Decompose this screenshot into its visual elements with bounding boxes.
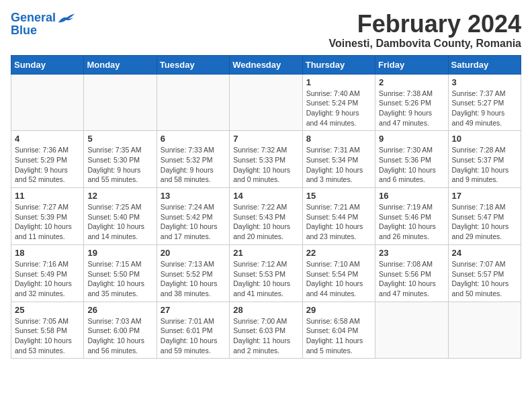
day-number: 12 [87, 191, 152, 201]
day-info: Sunrise: 7:10 AMSunset: 5:54 PMDaylight:… [306, 259, 371, 299]
calendar-cell: 29Sunrise: 6:58 AMSunset: 6:04 PMDayligh… [302, 302, 375, 359]
logo-bird-icon [57, 11, 76, 26]
day-info: Sunrise: 7:05 AMSunset: 5:58 PMDaylight:… [15, 316, 80, 356]
day-number: 13 [161, 191, 226, 201]
calendar-cell: 11Sunrise: 7:27 AMSunset: 5:39 PMDayligh… [11, 188, 84, 245]
calendar-cell: 13Sunrise: 7:24 AMSunset: 5:42 PMDayligh… [157, 188, 229, 245]
calendar-cell: 4Sunrise: 7:36 AMSunset: 5:29 PMDaylight… [11, 131, 84, 188]
weekday-header-row: SundayMondayTuesdayWednesdayThursdayFrid… [11, 55, 521, 74]
calendar-cell [11, 74, 84, 131]
day-info: Sunrise: 7:08 AMSunset: 5:56 PMDaylight:… [379, 259, 444, 299]
day-number: 14 [233, 191, 298, 201]
day-info: Sunrise: 7:28 AMSunset: 5:37 PMDaylight:… [452, 145, 517, 185]
day-number: 26 [87, 305, 152, 315]
day-number: 8 [306, 134, 371, 144]
calendar-cell: 7Sunrise: 7:32 AMSunset: 5:33 PMDaylight… [230, 131, 302, 188]
day-info: Sunrise: 7:07 AMSunset: 5:57 PMDaylight:… [452, 259, 517, 299]
calendar-week-5: 25Sunrise: 7:05 AMSunset: 5:58 PMDayligh… [11, 302, 521, 359]
weekday-header-sunday: Sunday [11, 55, 84, 74]
day-number: 17 [452, 191, 517, 201]
day-number: 21 [233, 248, 298, 258]
weekday-header-friday: Friday [375, 55, 448, 74]
logo: General Blue [11, 11, 76, 38]
day-info: Sunrise: 7:03 AMSunset: 6:00 PMDaylight:… [87, 316, 152, 356]
day-info: Sunrise: 7:33 AMSunset: 5:32 PMDaylight:… [161, 145, 226, 185]
day-info: Sunrise: 7:21 AMSunset: 5:44 PMDaylight:… [306, 202, 371, 242]
day-number: 29 [306, 305, 371, 315]
calendar-week-2: 4Sunrise: 7:36 AMSunset: 5:29 PMDaylight… [11, 131, 521, 188]
day-info: Sunrise: 7:22 AMSunset: 5:43 PMDaylight:… [233, 202, 298, 242]
calendar-cell [230, 74, 302, 131]
calendar-week-1: 1Sunrise: 7:40 AMSunset: 5:24 PMDaylight… [11, 74, 521, 131]
day-info: Sunrise: 7:37 AMSunset: 5:27 PMDaylight:… [452, 89, 517, 128]
calendar-cell: 9Sunrise: 7:30 AMSunset: 5:36 PMDaylight… [375, 131, 448, 188]
day-number: 28 [233, 305, 298, 315]
calendar-cell: 23Sunrise: 7:08 AMSunset: 5:56 PMDayligh… [375, 244, 448, 302]
calendar-cell: 12Sunrise: 7:25 AMSunset: 5:40 PMDayligh… [84, 188, 157, 245]
calendar-cell: 3Sunrise: 7:37 AMSunset: 5:27 PMDaylight… [448, 74, 521, 131]
calendar-cell: 26Sunrise: 7:03 AMSunset: 6:00 PMDayligh… [84, 302, 157, 359]
day-info: Sunrise: 7:30 AMSunset: 5:36 PMDaylight:… [379, 145, 444, 185]
day-info: Sunrise: 7:15 AMSunset: 5:50 PMDaylight:… [87, 259, 152, 299]
day-number: 16 [379, 191, 444, 201]
calendar-cell [375, 302, 448, 359]
logo-text-blue: Blue [11, 24, 37, 38]
day-info: Sunrise: 7:32 AMSunset: 5:33 PMDaylight:… [233, 145, 298, 185]
day-info: Sunrise: 7:31 AMSunset: 5:34 PMDaylight:… [306, 145, 371, 185]
day-number: 6 [161, 134, 226, 144]
day-number: 4 [15, 134, 80, 144]
day-number: 22 [306, 248, 371, 258]
day-number: 1 [306, 77, 371, 87]
weekday-header-tuesday: Tuesday [157, 55, 229, 74]
calendar-cell: 15Sunrise: 7:21 AMSunset: 5:44 PMDayligh… [302, 188, 375, 245]
day-number: 11 [15, 191, 80, 201]
day-number: 9 [379, 134, 444, 144]
weekday-header-thursday: Thursday [302, 55, 375, 74]
calendar-cell: 22Sunrise: 7:10 AMSunset: 5:54 PMDayligh… [302, 244, 375, 302]
day-info: Sunrise: 7:18 AMSunset: 5:47 PMDaylight:… [452, 202, 517, 242]
calendar-cell: 20Sunrise: 7:13 AMSunset: 5:52 PMDayligh… [157, 244, 229, 302]
day-number: 7 [233, 134, 298, 144]
day-info: Sunrise: 7:38 AMSunset: 5:26 PMDaylight:… [379, 89, 444, 128]
calendar-cell: 2Sunrise: 7:38 AMSunset: 5:26 PMDaylight… [375, 74, 448, 131]
calendar-cell: 8Sunrise: 7:31 AMSunset: 5:34 PMDaylight… [302, 131, 375, 188]
day-info: Sunrise: 7:13 AMSunset: 5:52 PMDaylight:… [161, 259, 226, 299]
day-info: Sunrise: 7:19 AMSunset: 5:46 PMDaylight:… [379, 202, 444, 242]
calendar-cell: 27Sunrise: 7:01 AMSunset: 6:01 PMDayligh… [157, 302, 229, 359]
title-block: February 2024 Voinesti, Dambovita County… [328, 11, 521, 50]
calendar-cell: 14Sunrise: 7:22 AMSunset: 5:43 PMDayligh… [230, 188, 302, 245]
calendar-cell [157, 74, 229, 131]
day-number: 20 [161, 248, 226, 258]
day-number: 19 [87, 248, 152, 258]
day-number: 24 [452, 248, 517, 258]
weekday-header-saturday: Saturday [448, 55, 521, 74]
weekday-header-monday: Monday [84, 55, 157, 74]
day-info: Sunrise: 7:35 AMSunset: 5:30 PMDaylight:… [87, 145, 152, 185]
calendar-week-4: 18Sunrise: 7:16 AMSunset: 5:49 PMDayligh… [11, 244, 521, 302]
logo-text: General [11, 11, 56, 25]
calendar-cell: 21Sunrise: 7:12 AMSunset: 5:53 PMDayligh… [230, 244, 302, 302]
day-info: Sunrise: 7:00 AMSunset: 6:03 PMDaylight:… [233, 316, 298, 356]
calendar-cell: 25Sunrise: 7:05 AMSunset: 5:58 PMDayligh… [11, 302, 84, 359]
day-info: Sunrise: 7:27 AMSunset: 5:39 PMDaylight:… [15, 202, 80, 242]
day-number: 2 [379, 77, 444, 87]
day-number: 25 [15, 305, 80, 315]
sub-title: Voinesti, Dambovita County, Romania [328, 38, 521, 50]
calendar-cell: 19Sunrise: 7:15 AMSunset: 5:50 PMDayligh… [84, 244, 157, 302]
calendar-cell: 17Sunrise: 7:18 AMSunset: 5:47 PMDayligh… [448, 188, 521, 245]
calendar-cell: 10Sunrise: 7:28 AMSunset: 5:37 PMDayligh… [448, 131, 521, 188]
calendar-cell [84, 74, 157, 131]
calendar-week-3: 11Sunrise: 7:27 AMSunset: 5:39 PMDayligh… [11, 188, 521, 245]
day-info: Sunrise: 6:58 AMSunset: 6:04 PMDaylight:… [306, 316, 371, 356]
day-info: Sunrise: 7:40 AMSunset: 5:24 PMDaylight:… [306, 89, 371, 128]
main-title: February 2024 [328, 11, 521, 38]
day-number: 5 [87, 134, 152, 144]
calendar-table: SundayMondayTuesdayWednesdayThursdayFrid… [11, 55, 521, 359]
calendar-cell [448, 302, 521, 359]
day-number: 18 [15, 248, 80, 258]
day-number: 3 [452, 77, 517, 87]
day-info: Sunrise: 7:25 AMSunset: 5:40 PMDaylight:… [87, 202, 152, 242]
day-number: 23 [379, 248, 444, 258]
calendar-cell: 1Sunrise: 7:40 AMSunset: 5:24 PMDaylight… [302, 74, 375, 131]
day-number: 27 [161, 305, 226, 315]
